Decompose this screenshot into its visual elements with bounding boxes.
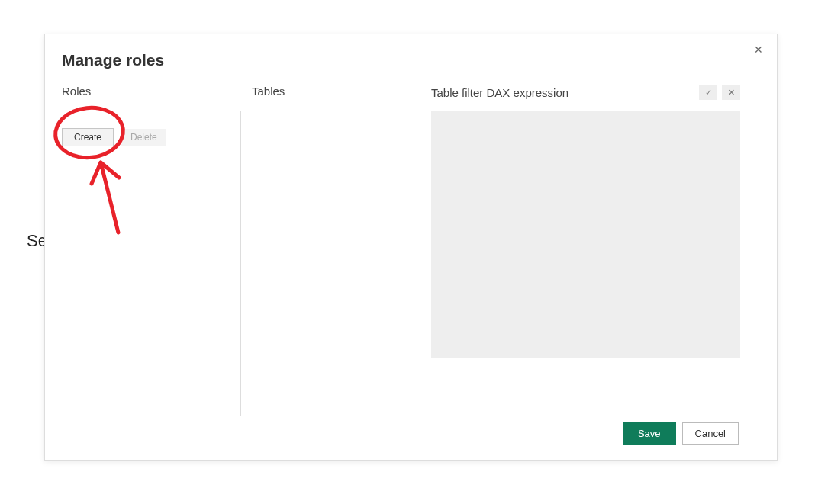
dax-header-row: Table filter DAX expression ✓ ✕ <box>431 85 740 100</box>
close-button[interactable]: ✕ <box>751 42 766 57</box>
roles-column: Roles Create Delete <box>62 83 240 411</box>
dax-apply-button[interactable]: ✓ <box>699 85 717 100</box>
save-button[interactable]: Save <box>623 422 676 445</box>
manage-roles-dialog: ✕ Manage roles Roles Create Delete Table… <box>44 34 778 461</box>
check-icon: ✓ <box>705 88 712 98</box>
close-icon: ✕ <box>754 43 763 56</box>
x-icon: ✕ <box>728 88 735 98</box>
dax-icon-group: ✓ ✕ <box>699 85 740 100</box>
dialog-footer: Save Cancel <box>623 422 739 445</box>
roles-button-row: Create Delete <box>62 128 228 146</box>
tables-header: Tables <box>252 85 409 98</box>
columns-container: Roles Create Delete Tables Table filter … <box>62 83 740 411</box>
roles-header: Roles <box>62 85 228 98</box>
dax-clear-button[interactable]: ✕ <box>722 85 740 100</box>
dax-column: Table filter DAX expression ✓ ✕ <box>420 83 740 411</box>
delete-button: Delete <box>121 129 166 146</box>
tables-column: Tables <box>241 83 420 411</box>
dax-expression-input[interactable] <box>431 111 740 358</box>
dialog-title: Manage roles <box>62 51 164 69</box>
cancel-button[interactable]: Cancel <box>682 422 739 445</box>
create-button[interactable]: Create <box>62 128 114 146</box>
dax-header: Table filter DAX expression <box>431 86 568 99</box>
